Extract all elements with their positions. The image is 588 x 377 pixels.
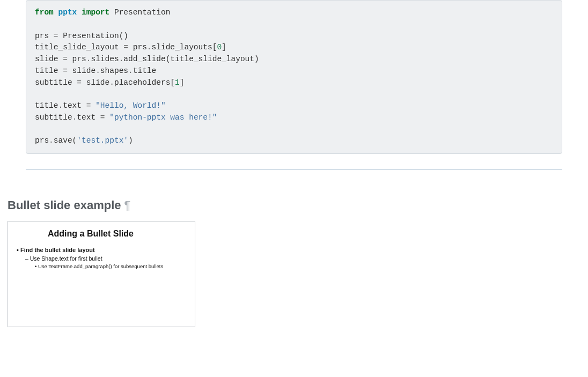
code-text: add_slide(title_slide_layout) xyxy=(123,55,259,63)
permalink-icon[interactable]: ¶ xyxy=(124,198,131,212)
operator: = xyxy=(63,66,68,75)
bullet-level-1: Find the bullet slide layout xyxy=(14,246,188,255)
code-text: prs xyxy=(35,136,49,145)
int-literal: 0 xyxy=(217,43,222,51)
keyword-import: import xyxy=(82,8,109,17)
keyword-from: from xyxy=(35,8,54,17)
operator: = xyxy=(63,55,68,63)
code-text: text xyxy=(63,101,86,110)
dot: . xyxy=(147,43,152,51)
string-literal: "Hello, World!" xyxy=(95,101,166,110)
code-text: placeholders[ xyxy=(114,78,175,87)
string-literal: "python-pptx was here!" xyxy=(109,113,217,122)
identifier: Presentation xyxy=(114,8,170,17)
operator: = xyxy=(123,43,128,51)
code-text: title xyxy=(35,66,63,75)
dot: . xyxy=(128,66,133,75)
slide-title: Adding a Bullet Slide xyxy=(48,229,188,239)
code-text: save( xyxy=(54,136,77,145)
code-text: ) xyxy=(128,136,133,145)
code-text: title_slide_layout xyxy=(35,43,123,51)
module-name: pptx xyxy=(58,8,77,17)
code-text: ] xyxy=(180,78,185,87)
code-text: shapes xyxy=(100,66,128,75)
operator: = xyxy=(77,78,82,87)
dot: . xyxy=(109,78,114,87)
string-literal: 'test.pptx' xyxy=(77,136,128,145)
code-text: slides xyxy=(91,55,119,63)
code-block: from pptx import Presentation prs = Pres… xyxy=(26,0,562,154)
int-literal: 1 xyxy=(175,78,180,87)
code-text: ] xyxy=(222,43,226,51)
section-heading: Bullet slide example¶ xyxy=(8,198,588,212)
bullet-level-3: Use TextFrame.add_paragraph() for subseq… xyxy=(14,263,188,270)
code-text: Presentation() xyxy=(58,32,129,40)
code-text: subtitle xyxy=(35,113,72,122)
dot: . xyxy=(95,66,100,75)
code-text: slide xyxy=(35,55,63,63)
operator: = xyxy=(100,113,105,122)
operator: = xyxy=(86,101,91,110)
dot: . xyxy=(49,136,54,145)
code-text: slide_layouts[ xyxy=(152,43,217,51)
heading-text: Bullet slide example xyxy=(8,198,121,212)
dot: . xyxy=(58,101,63,110)
bullet-level-2: Use Shape.text for first bullet xyxy=(14,255,188,263)
slide-preview: Adding a Bullet Slide Find the bullet sl… xyxy=(8,221,195,327)
code-text: title xyxy=(35,101,58,110)
code-text: slide xyxy=(68,66,95,75)
code-text: prs xyxy=(35,32,54,40)
slide-bullets: Find the bullet slide layout Use Shape.t… xyxy=(14,246,188,270)
code-text: prs xyxy=(68,55,86,63)
code-text: subtitle xyxy=(35,78,77,87)
code-text: slide xyxy=(82,78,109,87)
section-divider xyxy=(26,169,562,169)
code-text: prs xyxy=(128,43,147,51)
operator: = xyxy=(54,32,58,40)
code-text: text xyxy=(77,113,100,122)
code-text: title xyxy=(133,66,157,75)
